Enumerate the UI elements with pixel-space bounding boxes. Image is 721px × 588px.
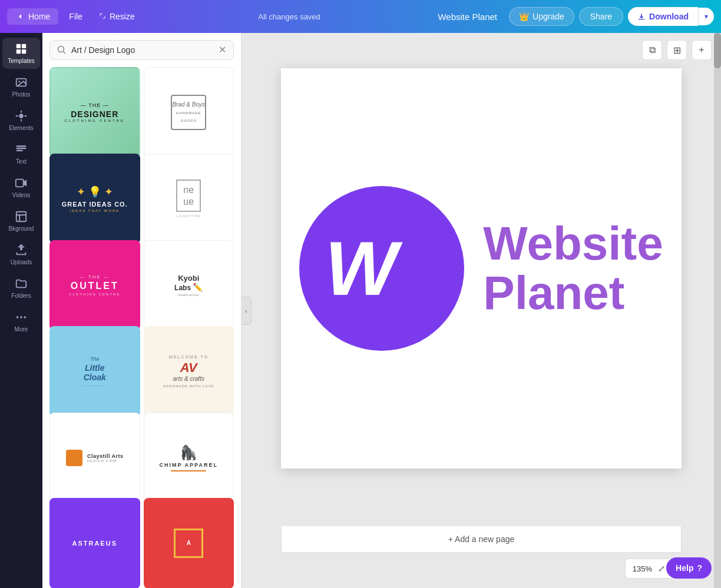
more-icon [15, 311, 28, 324]
logo-wp-text: WP [325, 230, 439, 307]
download-icon [637, 12, 646, 21]
canvas-copy-button[interactable]: ⧉ [642, 40, 662, 60]
template-card-brad[interactable]: Brad & BoysHANDMADE GOODS [144, 67, 234, 158]
home-button[interactable]: Home [7, 8, 58, 25]
search-icon [57, 45, 67, 55]
add-page-label: + Add a new page [448, 534, 515, 544]
search-bar[interactable]: ✕ [49, 40, 234, 60]
scrollbar-thumb[interactable] [714, 33, 721, 68]
svg-rect-0 [16, 44, 21, 48]
sidebar-item-templates[interactable]: Templates [2, 38, 40, 69]
resize-icon [99, 12, 107, 21]
sidebar-item-text[interactable]: Text [2, 138, 40, 170]
file-button[interactable]: File [63, 8, 88, 25]
template-card-claystill[interactable]: Claystill Arts Design Firm [49, 413, 140, 503]
upgrade-label: Upgrade [533, 12, 564, 21]
svg-rect-1 [22, 44, 26, 48]
left-sidebar: Templates Photos Elements Text Videos Bk… [0, 33, 42, 588]
sidebar-label-background: Bkground [9, 225, 34, 232]
sidebar-item-more[interactable]: More [2, 306, 40, 337]
sidebar-item-photos[interactable]: Photos [2, 71, 40, 102]
svg-point-6 [19, 114, 23, 118]
chevron-down-icon: ▾ [705, 12, 708, 21]
scrollbar-track[interactable] [714, 33, 721, 588]
sidebar-label-uploads: Uploads [11, 259, 32, 265]
sidebar-label-photos: Photos [12, 91, 30, 98]
sidebar-item-videos[interactable]: Videos [2, 172, 40, 203]
duplicate-icon: ⊞ [673, 45, 681, 56]
elements-icon [15, 109, 28, 122]
canvas-toolbar: ⧉ ⊞ + [642, 40, 712, 60]
resize-button[interactable]: Resize [93, 8, 141, 25]
svg-point-11 [24, 316, 27, 318]
svg-rect-2 [16, 49, 21, 54]
background-icon [15, 210, 28, 223]
canvas-add-button[interactable]: + [692, 40, 712, 60]
zoom-level: 135% [633, 564, 652, 573]
sidebar-label-templates: Templates [8, 58, 35, 64]
canvas-duplicate-button[interactable]: ⊞ [667, 40, 687, 60]
add-icon: + [699, 45, 704, 55]
main-layout: Templates Photos Elements Text Videos Bk… [0, 33, 721, 588]
sidebar-item-elements[interactable]: Elements [2, 105, 40, 136]
template-card-astraeus[interactable]: ASTRAEUS [49, 498, 140, 588]
svg-point-5 [18, 81, 20, 82]
svg-point-12 [58, 46, 64, 52]
svg-rect-8 [16, 212, 27, 222]
template-card-littlecloak[interactable]: The LittleCloak ⋯⋯⋯⋯⋯ [49, 326, 140, 417]
template-card-neue[interactable]: neue LOGOTYPE [144, 154, 234, 244]
logo-brand-text: Website Planet [483, 219, 663, 318]
chevron-left-icon [15, 12, 25, 21]
template-card-outlet[interactable]: — THE — OUTLET CLOTHING CENTRE [49, 240, 140, 331]
zoom-expand-button[interactable]: ⤢ [657, 563, 666, 574]
sidebar-label-folders: Folders [11, 293, 31, 299]
templates-icon [15, 42, 28, 55]
saved-status: All changes saved [145, 12, 434, 21]
add-page-bar[interactable]: + Add a new page [281, 526, 682, 553]
share-label: Share [590, 12, 612, 21]
logo-w: W [325, 225, 393, 311]
download-label: Download [649, 12, 689, 21]
template-card-designer[interactable]: — THE — DESIGNER CLOTHING CENTRE [49, 67, 140, 158]
text-icon [15, 143, 28, 156]
sidebar-label-elements: Elements [9, 125, 34, 131]
logo-container: WP Website Planet [299, 186, 663, 351]
sidebar-item-uploads[interactable]: Uploads [2, 239, 40, 270]
help-button[interactable]: Help ? [666, 557, 712, 579]
sidebar-item-background[interactable]: Bkground [2, 205, 40, 237]
svg-rect-7 [16, 180, 24, 187]
canvas-area: ⧉ ⊞ + WP Website Planet [242, 33, 721, 588]
template-card-red[interactable]: A [144, 498, 234, 588]
download-arrow-button[interactable]: ▾ [698, 8, 714, 25]
template-card-kyobi[interactable]: Kyobi Labs ✏️ Healthservice [144, 240, 234, 331]
sidebar-item-folders[interactable]: Folders [2, 273, 40, 304]
home-label: Home [28, 12, 50, 21]
sidebar-label-more: More [15, 326, 28, 333]
templates-grid: — THE — DESIGNER CLOTHING CENTRE Brad & … [42, 67, 241, 588]
download-button[interactable]: Download [628, 7, 698, 26]
crown-icon: 👑 [519, 12, 529, 21]
logo-text-line2: Planet [483, 268, 663, 318]
download-group: Download ▾ [628, 7, 714, 26]
search-clear-button[interactable]: ✕ [219, 45, 226, 55]
share-button[interactable]: Share [579, 7, 623, 26]
navbar: Home File Resize All changes saved Websi… [0, 0, 721, 33]
template-card-greatideas[interactable]: ✦ 💡 ✦ GREAT IDEAS CO. IDEAS THAT WORK [49, 154, 140, 244]
template-card-chimp[interactable]: 🦍 CHIMP APPAREL [144, 413, 234, 503]
uploads-icon [15, 244, 28, 257]
videos-icon [15, 177, 28, 190]
collapse-panel-button[interactable]: ‹ [242, 297, 252, 325]
svg-point-10 [20, 316, 22, 318]
sidebar-label-text: Text [16, 158, 27, 165]
svg-rect-3 [22, 49, 26, 54]
template-card-artscrafts[interactable]: WELCOME TO AV arts & crafts HANDMADE WIT… [144, 326, 234, 417]
copy-icon: ⧉ [649, 45, 656, 55]
svg-line-13 [64, 52, 66, 54]
templates-panel: ✕ — THE — DESIGNER CLOTHING CENTRE Brad … [42, 33, 242, 588]
search-input[interactable] [71, 45, 214, 55]
logo-text-line1: Website [483, 219, 663, 268]
resize-label: Resize [110, 12, 135, 21]
help-icon: ? [697, 563, 702, 573]
file-label: File [69, 12, 82, 21]
upgrade-button[interactable]: 👑 Upgrade [509, 7, 574, 26]
